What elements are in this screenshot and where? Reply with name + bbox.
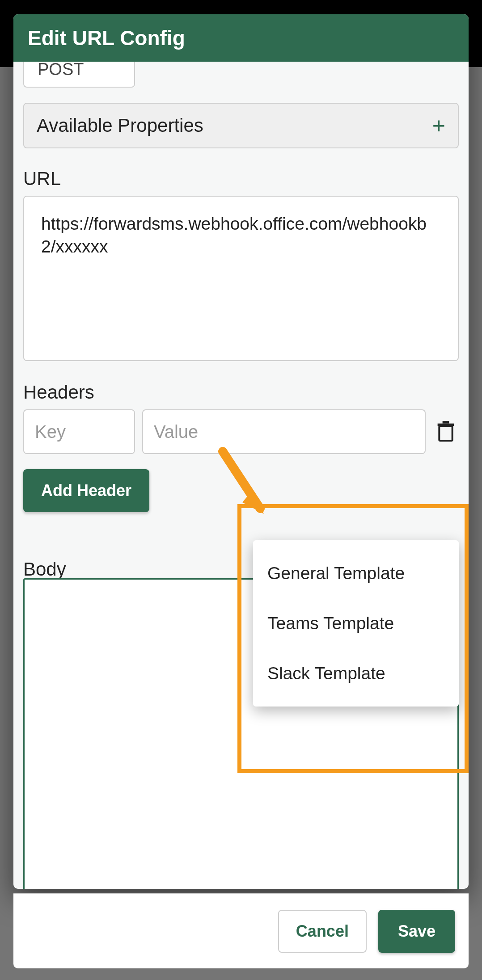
header-key-input[interactable] [23,409,135,454]
svg-rect-1 [438,424,454,426]
svg-rect-0 [439,426,452,441]
template-option-teams[interactable]: Teams Template [253,598,459,648]
headers-label: Headers [23,382,459,403]
headers-section: Headers Add Header [23,382,459,512]
url-input[interactable] [23,196,459,361]
add-header-button[interactable]: Add Header [23,469,149,512]
svg-rect-2 [443,421,449,424]
http-method-value: POST [38,62,84,79]
cancel-button[interactable]: Cancel [278,910,367,953]
edit-url-config-dialog: Edit URL Config POST Available Propertie… [13,14,469,889]
available-properties-title: Available Properties [37,115,203,136]
header-value-input[interactable] [142,409,426,454]
template-option-slack[interactable]: Slack Template [253,648,459,698]
delete-header-button[interactable] [433,419,459,445]
save-button[interactable]: Save [378,910,455,953]
plus-icon: + [432,114,445,137]
dialog-body: POST Available Properties + URL Headers [13,62,469,889]
dialog-footer: Cancel Save [13,893,469,968]
header-row [23,409,459,454]
template-option-general[interactable]: General Template [253,548,459,598]
templates-dropdown-menu: General Template Teams Template Slack Te… [253,540,459,707]
available-properties-panel[interactable]: Available Properties + [23,103,459,148]
dialog-title: Edit URL Config [13,14,469,62]
trash-icon [436,421,456,442]
http-method-select[interactable]: POST [23,62,135,88]
url-label: URL [23,168,459,189]
body-label: Body [23,559,66,580]
